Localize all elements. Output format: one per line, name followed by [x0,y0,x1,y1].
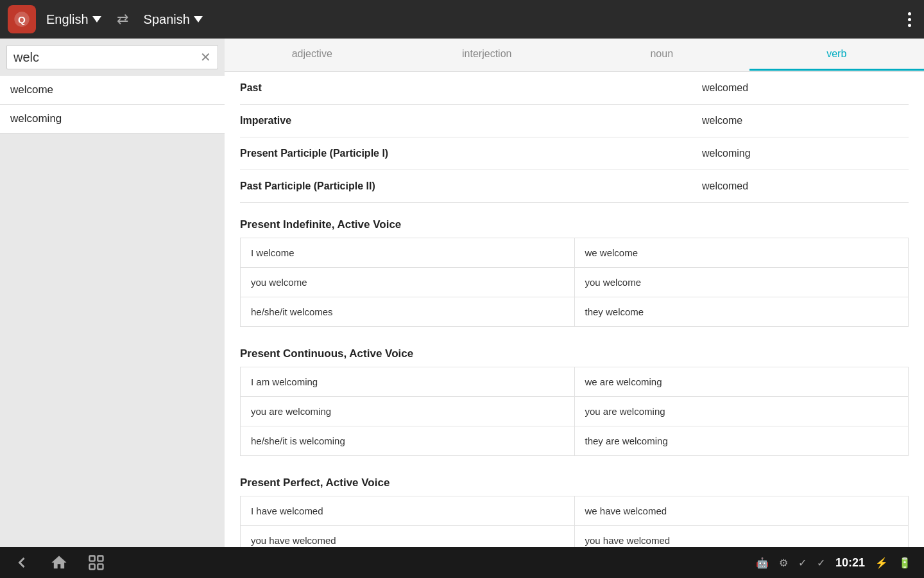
suggestion-item[interactable]: welcoming [0,105,225,134]
table-row: I am welcomingwe are welcoming [241,367,909,397]
form-label: Past [240,72,702,104]
form-value: welcoming [702,137,909,170]
conjugation-cell-right: we have welcomed [574,496,909,526]
conjugation-cell-right: they are welcoming [574,426,909,456]
conjugation-cell-left: I welcome [241,238,575,268]
menu-dot [908,24,911,27]
lang-from-caret-icon [92,16,101,22]
sidebar: ✕ welcomewelcoming [0,39,225,547]
conjugation-table: I am welcomingwe are welcomingyou are we… [240,367,909,456]
table-row: you have welcomedyou have welcomed [241,526,909,548]
svg-rect-3 [98,556,103,561]
conjugation-cell-left: I have welcomed [241,496,575,526]
table-row: you welcomeyou welcome [241,268,909,297]
suggestions-list: welcomewelcoming [0,76,225,547]
menu-button[interactable] [903,7,916,32]
conjugation-cell-right: you welcome [574,268,909,297]
tabs-bar: adjectiveinterjectionnounverb [225,39,924,72]
conjugation-cell-left: you welcome [241,268,575,297]
bluetooth-icon: ⚡ [875,557,888,569]
form-value: welcome [702,105,909,137]
form-label: Present Participle (Participle I) [240,137,702,170]
table-row: he/she/it is welcomingthey are welcoming [241,426,909,456]
form-row: Past Participle (Participle II)welcomed [240,170,909,203]
conjugation-cell-right: you are welcoming [574,397,909,426]
tab-noun[interactable]: noun [574,39,749,71]
conjugation-cell-left: he/she/it is welcoming [241,426,575,456]
app-icon: Q [8,5,36,33]
conjugation-table: I welcomewe welcomeyou welcomeyou welcom… [240,238,909,327]
language-to-button[interactable]: Spanish [144,12,203,27]
clock-display: 10:21 [835,556,865,570]
language-to-label: Spanish [144,12,190,27]
form-label: Imperative [240,105,702,137]
verb-content: PastwelcomedImperativewelcomePresent Par… [225,72,924,547]
check-icon-2: ✓ [817,557,825,569]
conjugations-container: Present Indefinite, Active VoiceI welcom… [225,203,924,547]
menu-dot [908,18,911,21]
svg-rect-5 [98,564,103,569]
language-from-button[interactable]: English [46,12,101,27]
swap-languages-button[interactable]: ⇄ [112,11,133,28]
conjugation-title: Present Perfect, Active Voice [240,477,909,496]
form-row: Pastwelcomed [240,72,909,105]
table-row: I have welcomedwe have welcomed [241,496,909,526]
svg-rect-4 [90,564,95,569]
conjugation-cell-left: I am welcoming [241,367,575,397]
back-button[interactable] [13,554,31,572]
battery-icon: 🔋 [898,557,911,569]
conjugation-cell-left: you have welcomed [241,526,575,548]
form-row: Present Participle (Participle I)welcomi… [240,137,909,170]
form-value: welcomed [702,170,909,202]
check-icon-1: ✓ [798,557,807,569]
android-icon: 🤖 [756,557,769,569]
main-layout: ✕ welcomewelcoming adjectiveinterjection… [0,39,924,547]
svg-text:Q: Q [18,14,26,25]
conjugation-section: Present Continuous, Active VoiceI am wel… [225,332,924,456]
conjugation-section: Present Indefinite, Active VoiceI welcom… [225,203,924,327]
status-area: 🤖 ⚙ ✓ ✓ 10:21 ⚡ 🔋 [756,556,911,570]
search-input[interactable] [13,50,200,65]
recents-button[interactable] [87,554,105,572]
top-bar: Q English ⇄ Spanish [0,0,924,39]
clear-search-button[interactable]: ✕ [200,49,211,65]
search-box: ✕ [6,45,218,69]
form-label: Past Participle (Participle II) [240,170,702,202]
language-from-label: English [46,12,89,27]
conjugation-cell-right: they welcome [574,297,909,327]
svg-rect-2 [90,556,95,561]
conjugation-title: Present Indefinite, Active Voice [240,218,909,238]
tab-adjective[interactable]: adjective [225,39,400,71]
content-area: adjectiveinterjectionnounverb Pastwelcom… [225,39,924,547]
conjugation-cell-right: we are welcoming [574,367,909,397]
forms-section: PastwelcomedImperativewelcomePresent Par… [225,72,924,203]
conjugation-cell-left: you are welcoming [241,397,575,426]
conjugation-cell-right: we welcome [574,238,909,268]
conjugation-cell-right: you have welcomed [574,526,909,548]
tab-verb[interactable]: verb [749,39,925,71]
conjugation-cell-left: he/she/it welcomes [241,297,575,327]
suggestion-item[interactable]: welcome [0,76,225,105]
table-row: I welcomewe welcome [241,238,909,268]
settings-icon: ⚙ [779,557,788,569]
conjugation-title: Present Continuous, Active Voice [240,347,909,367]
conjugation-table: I have welcomedwe have welcomedyou have … [240,496,909,547]
menu-dot [908,12,911,15]
table-row: you are welcomingyou are welcoming [241,397,909,426]
table-row: he/she/it welcomesthey welcome [241,297,909,327]
conjugation-section: Present Perfect, Active VoiceI have welc… [225,461,924,547]
home-button[interactable] [50,554,68,572]
form-row: Imperativewelcome [240,105,909,137]
bottom-bar: 🤖 ⚙ ✓ ✓ 10:21 ⚡ 🔋 [0,547,924,578]
lang-to-caret-icon [194,16,203,22]
tab-interjection[interactable]: interjection [400,39,575,71]
form-value: welcomed [702,72,909,104]
